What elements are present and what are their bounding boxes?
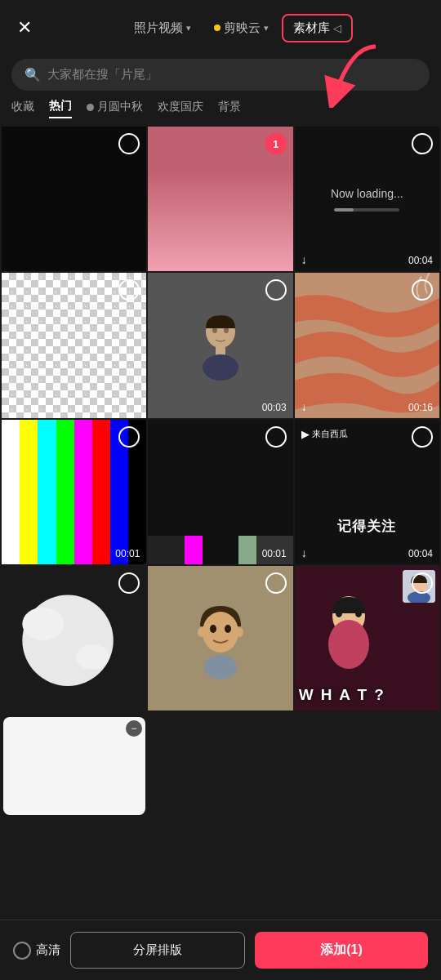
svg-point-10	[203, 612, 238, 653]
loading-bar-bg	[334, 208, 399, 212]
download-icon: ↓	[301, 400, 307, 413]
duration-label: 00:01	[262, 548, 287, 559]
hd-circle-icon	[13, 942, 31, 960]
svg-point-20	[328, 620, 369, 669]
svg-point-11	[210, 625, 216, 633]
header: ✕ 照片视频 ▾ 剪映云 ▾ 素材库 ◁	[0, 0, 441, 56]
svg-point-21	[336, 609, 342, 617]
chevron-down-icon: ▾	[264, 23, 269, 33]
cat-tab-hot[interactable]: 热门	[49, 99, 72, 118]
cat-tab-moon[interactable]: 月圆中秋	[87, 100, 143, 118]
select-circle[interactable]	[118, 426, 140, 448]
search-placeholder: 大家都在搜「片尾」	[47, 67, 158, 82]
select-circle[interactable]	[265, 279, 287, 301]
search-bar[interactable]: 🔍 大家都在搜「片尾」	[11, 59, 430, 91]
standalone-section: −	[0, 710, 441, 822]
svg-point-12	[225, 625, 231, 633]
nav-tab-library[interactable]: 素材库 ◁	[282, 14, 353, 42]
grid-item-6[interactable]: ↓ 00:16	[295, 273, 439, 417]
select-circle[interactable]	[412, 426, 433, 448]
nav-tab-cloud[interactable]: 剪映云 ▾	[204, 16, 278, 41]
svg-point-9	[76, 644, 109, 669]
loading-text: Now loading...	[331, 187, 403, 200]
duration-label: 00:04	[408, 255, 433, 266]
grid-item-2[interactable]: 1	[148, 127, 292, 271]
grid-item-5[interactable]: 00:03	[148, 273, 292, 417]
download-icon: ↓	[301, 253, 307, 266]
close-button[interactable]: ✕	[10, 13, 39, 42]
download-icon: ↓	[301, 546, 307, 559]
cat-tab-national[interactable]: 欢度国庆	[158, 100, 203, 118]
speaker-icon: ◁	[333, 22, 341, 34]
loading-bar-fill	[334, 208, 354, 212]
grid-item-4[interactable]	[2, 273, 146, 417]
grid-item-10[interactable]	[2, 566, 146, 710]
duration-label: 00:01	[115, 548, 140, 559]
grid-item-7[interactable]: ↓ 00:01	[2, 420, 146, 564]
svg-point-8	[22, 608, 64, 641]
download-icon: ↓	[8, 546, 14, 559]
moon-dot-icon	[87, 104, 94, 111]
hd-toggle[interactable]: 高清	[13, 942, 60, 960]
source-tag: ▶ 来自西瓜	[301, 428, 348, 440]
svg-point-22	[355, 609, 362, 617]
grid-item-3[interactable]: Now loading... ↓ 00:04	[295, 127, 439, 271]
standalone-thumbnail[interactable]: −	[3, 717, 145, 815]
select-circle-selected[interactable]: 1	[265, 133, 287, 154]
svg-point-2	[203, 354, 238, 381]
grid-item-11[interactable]	[148, 566, 292, 710]
duration-label: 00:04	[408, 548, 433, 559]
grid-item-8[interactable]: 00:01	[148, 420, 292, 564]
select-circle[interactable]	[412, 133, 433, 154]
source-label: 来自西瓜	[312, 428, 348, 440]
kid-svg	[192, 598, 249, 679]
what-text: W H A T ?	[299, 686, 385, 703]
category-tabs: 收藏 热门 月圆中秋 欢度国庆 背景	[0, 99, 441, 118]
duration-label: 00:03	[262, 402, 287, 413]
select-circle[interactable]	[265, 572, 287, 594]
add-button[interactable]: 添加(1)	[255, 932, 428, 969]
select-circle[interactable]	[412, 572, 433, 594]
split-screen-button[interactable]: 分屏排版	[70, 932, 245, 969]
nav-tab-photos[interactable]: 照片视频 ▾	[124, 16, 201, 41]
grid-item-12[interactable]: W H A T ?	[295, 566, 439, 710]
main-char-svg	[316, 587, 381, 669]
thumb-white	[3, 717, 145, 815]
hd-label: 高清	[36, 942, 60, 958]
media-grid: 1 Now loading... ↓ 00:04	[0, 127, 441, 710]
cat-tab-bg[interactable]: 背景	[218, 100, 241, 118]
chevron-down-icon: ▾	[186, 23, 191, 33]
grid-item-9[interactable]: ▶ 来自西瓜 记得关注 ↓ 00:04	[295, 420, 439, 564]
face-svg	[196, 309, 245, 382]
bottom-bar: 高清 分屏排版 添加(1)	[0, 920, 441, 980]
svg-point-15	[235, 627, 243, 637]
svg-point-13	[204, 655, 237, 679]
cat-tab-favorites[interactable]: 收藏	[11, 100, 34, 118]
svg-point-14	[198, 627, 206, 637]
cloud-dot-icon	[214, 24, 220, 31]
overlay-text: 记得关注	[295, 517, 439, 536]
grid-item-1[interactable]	[2, 127, 146, 271]
nav-tabs: 照片视频 ▾ 剪映云 ▾ 素材库 ◁	[46, 14, 431, 42]
select-circle[interactable]	[265, 426, 287, 448]
xigua-icon: ▶	[301, 428, 310, 440]
search-icon: 🔍	[24, 67, 41, 82]
duration-label: 00:16	[408, 402, 433, 413]
